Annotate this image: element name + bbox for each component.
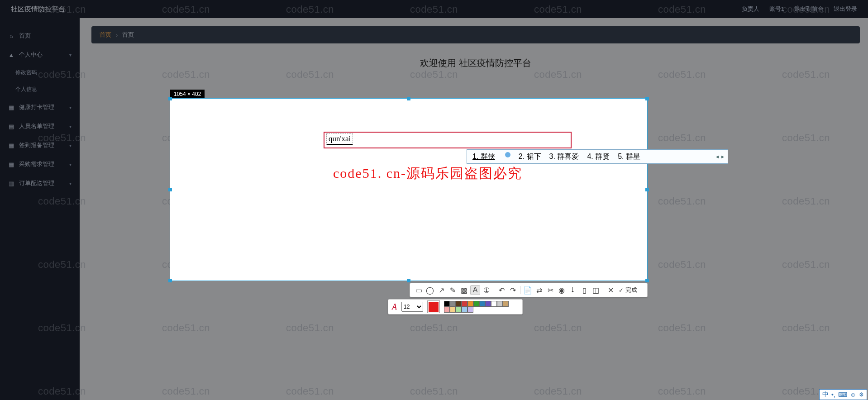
color-swatch[interactable] — [462, 307, 467, 313]
resize-handle[interactable] — [168, 279, 172, 282]
text-style-preview-icon: A — [392, 302, 397, 312]
color-swatch[interactable] — [462, 301, 467, 307]
ime-prev-icon[interactable]: ◂ — [716, 153, 719, 160]
color-swatch[interactable] — [485, 301, 491, 307]
resize-handle[interactable] — [407, 279, 410, 282]
tool-number-icon[interactable]: ① — [482, 285, 491, 295]
ime-punct-icon[interactable]: •, — [831, 391, 835, 398]
resize-handle[interactable] — [645, 188, 649, 191]
color-swatch[interactable] — [456, 307, 462, 313]
color-swatch[interactable] — [456, 301, 462, 307]
ime-candidate[interactable]: 1. 群侠 — [472, 152, 495, 162]
watermark-big-red: code51. cn-源码乐园盗图必究 — [333, 164, 522, 183]
tool-scan-icon[interactable]: ✂ — [545, 285, 555, 295]
text-style-panel: A 12 — [388, 299, 523, 314]
smile-icon[interactable]: ☺ — [850, 391, 856, 398]
tool-ellipse-icon[interactable]: ◯ — [425, 285, 435, 295]
tool-phone-icon[interactable]: ▯ — [579, 285, 589, 295]
toolbar-separator — [520, 286, 520, 294]
annotation-text-box[interactable]: qun'xai — [324, 132, 572, 148]
ime-candidate[interactable]: 2. 裙下 — [519, 152, 541, 162]
toolbar-separator — [494, 286, 494, 294]
redo-icon[interactable]: ↷ — [508, 285, 518, 295]
ime-candidate-bar[interactable]: 1. 群侠2. 裙下3. 群喜爱4. 群贤5. 群星 ◂ ▸ — [467, 149, 728, 164]
ime-lang-label[interactable]: 中 — [822, 390, 829, 399]
annotation-text-value[interactable]: qun'xai — [327, 134, 353, 145]
undo-icon[interactable]: ↶ — [496, 285, 506, 295]
color-swatch[interactable] — [479, 301, 485, 307]
tool-pencil-icon[interactable]: ✎ — [448, 285, 458, 295]
color-swatch[interactable] — [450, 301, 456, 307]
resize-handle[interactable] — [407, 97, 410, 100]
font-size-select[interactable]: 12 — [401, 302, 423, 312]
tool-translate-icon[interactable]: ⇄ — [534, 285, 544, 295]
color-swatch[interactable] — [450, 307, 456, 313]
gear-icon[interactable]: ⚙ — [859, 391, 864, 398]
tool-text-icon[interactable]: A — [470, 285, 480, 295]
tool-rectangle-icon[interactable]: ▭ — [414, 285, 424, 295]
ime-candidate[interactable]: 3. 群喜爱 — [549, 152, 579, 162]
cloud-icon — [505, 152, 510, 157]
download-icon[interactable]: ⭳ — [568, 285, 578, 295]
tool-arrow-icon[interactable]: ↗ — [436, 285, 446, 295]
ime-status-bar[interactable]: 中 •, ⌨ ☺ ⚙ — [819, 389, 867, 400]
color-swatch[interactable] — [491, 301, 497, 307]
cancel-icon[interactable]: ✕ — [606, 285, 615, 295]
resize-handle[interactable] — [645, 97, 649, 100]
keyboard-icon[interactable]: ⌨ — [838, 391, 847, 398]
color-swatch[interactable] — [444, 307, 450, 313]
color-swatches — [444, 301, 513, 313]
selection-size-badge: 1054 × 402 — [170, 90, 205, 99]
pin-icon[interactable]: ◫ — [591, 285, 601, 295]
color-swatch[interactable] — [444, 301, 450, 307]
color-swatch[interactable] — [503, 301, 509, 307]
toolbar-separator — [603, 286, 603, 294]
color-swatch[interactable] — [473, 301, 479, 307]
current-color-swatch[interactable] — [428, 301, 439, 313]
resize-handle[interactable] — [168, 97, 172, 100]
ime-candidate[interactable]: 4. 群贤 — [587, 152, 610, 162]
tool-mosaic-icon[interactable]: ▩ — [459, 285, 469, 295]
ime-next-icon[interactable]: ▸ — [721, 153, 724, 160]
resize-handle[interactable] — [645, 279, 649, 282]
resize-handle[interactable] — [168, 188, 172, 191]
done-label: 完成 — [625, 286, 637, 294]
check-icon: ✓ — [619, 287, 624, 294]
tool-ocr-icon[interactable]: 📄 — [523, 285, 533, 295]
done-button[interactable]: ✓ 完成 — [619, 286, 637, 294]
ime-candidate[interactable]: 5. 群星 — [618, 152, 640, 162]
color-swatch[interactable] — [497, 301, 503, 307]
capture-toolbar: ▭ ◯ ↗ ✎ ▩ A ① ↶ ↷ 📄 ⇄ ✂ ◉ ⭳ ▯ ◫ ✕ ✓ 完成 — [410, 283, 648, 297]
color-swatch[interactable] — [467, 301, 473, 307]
color-swatch[interactable] — [467, 307, 473, 313]
capture-selection[interactable]: qun'xai 1. 群侠2. 裙下3. 群喜爱4. 群贤5. 群星 ◂ ▸ c… — [170, 99, 647, 281]
tool-record-icon[interactable]: ◉ — [557, 285, 567, 295]
